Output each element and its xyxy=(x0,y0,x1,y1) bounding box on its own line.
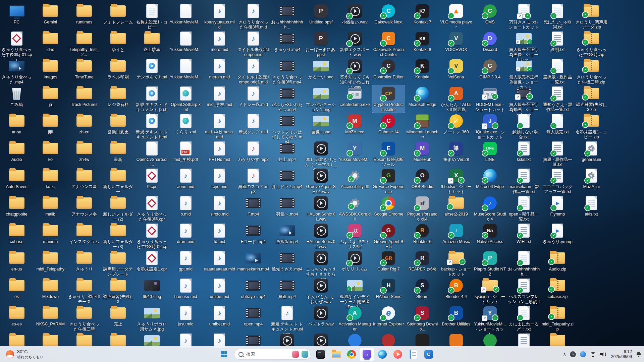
desktop-icon-midi-telepathy-zip[interactable]: ✓midi_Telepathy.zip xyxy=(541,305,574,333)
desktop-icon[interactable]: 売上 xyxy=(102,305,134,327)
desktop-icon-nksc-param[interactable]: NKSC_PARAM xyxy=(34,305,67,327)
desktop-icon-brother-utilities[interactable]: B✓Brother Utilities xyxy=(440,305,472,327)
desktop-icon-steam[interactable]: S✓Steam xyxy=(406,277,439,300)
desktop-icon[interactable]: 調声用データテンプレート xyxy=(102,250,134,278)
desktop-icon-yukkurimoviem[interactable]: Y✓YukkuriMovieM... xyxy=(338,140,371,163)
desktop-icon-native-access[interactable]: Na✓Native Access xyxy=(474,222,506,245)
desktop-icon-uaaaaaaaaa-mid[interactable]: ♪uaaaaaaaaa.mid xyxy=(203,250,236,273)
desktop-icon-mp3[interactable]: ♪無題のスコア.mp3 xyxy=(237,167,270,195)
start-button[interactable] xyxy=(217,348,231,361)
desktop-icon-jijii[interactable]: jijii xyxy=(34,113,67,135)
desktop-icon-mp4[interactable]: 井上ドラム.mp4 xyxy=(271,167,303,190)
desktop-icon-microsoft-edge[interactable]: ✓Microsoft Edge xyxy=(474,167,506,190)
taskbar-notepad-button[interactable] xyxy=(406,348,421,361)
desktop-icon-manisekarin-mp4[interactable]: manisekarin.mp4 xyxy=(237,250,270,273)
desktop-icon-f-ymmp[interactable]: ▶✓F.ymmp xyxy=(541,195,574,218)
desktop-icon-epson[interactable]: E✓Epson 接続診断ツール xyxy=(372,140,405,168)
desktop-icon-mp4[interactable]: きゅうり.mp4 xyxy=(271,30,303,53)
desktop-icon[interactable]: 路上駐車 xyxy=(136,30,168,53)
desktop-icon-360[interactable]: ✓✓ノートン 360 xyxy=(440,113,472,135)
desktop-icon-ohhayo-mp4[interactable]: ohhayo-.mp4 xyxy=(237,277,270,300)
desktop-icon-hamusu-mid[interactable]: ♪hamusu.mid xyxy=(169,277,202,300)
desktop-icon-timetune[interactable]: TimeTune xyxy=(68,58,101,80)
desktop-icon-cubase-14[interactable]: C✓Cubase 14 xyxy=(372,113,405,135)
desktop-icon-txt[interactable]: ✓_起動しない場合.txt xyxy=(507,113,540,140)
desktop-icon-awssdk-core-dll[interactable]: ✓AWSSDK.Core.dll xyxy=(338,195,371,223)
desktop-icon-general-ini[interactable]: ✓general.ini xyxy=(575,140,608,163)
desktop-icon-chatgpt-site[interactable]: chatgpt-site xyxy=(0,195,33,218)
desktop-icon-mp4[interactable]: 通知うざえ.mp4 xyxy=(271,250,303,273)
desktop-icon-groove-agent-se-01-wav[interactable]: Groove Agent SE 01.wav xyxy=(305,167,337,195)
desktop-icon[interactable]: インスタグラム xyxy=(68,222,101,245)
desktop-icon-microsoft-edge[interactable]: ✓Microsoft Edge xyxy=(406,85,439,108)
desktop-icon-ppsf[interactable]: Pおーばーまにあ.ppsf xyxy=(305,30,337,58)
desktop-icon-auto-saves[interactable]: Auto Saves xyxy=(0,167,33,190)
desktop-icon-cakewalk-product-center[interactable]: C✓Cakewalk Product Center xyxy=(372,30,405,58)
desktop-icon[interactable]: ラベル印刷 xyxy=(102,58,134,80)
desktop-icon-3-mp4[interactable]: きゅうり食べった午後3時.mp4 xyxy=(271,58,303,85)
desktop-icon-mp4[interactable]: 羽気へ.mp4 xyxy=(271,195,303,218)
desktop-icon-backup[interactable]: ↗✓backup - ショートカット xyxy=(440,250,472,278)
desktop-icon-zip[interactable]: ✓きゅうり食べった午後三時.zip xyxy=(575,58,608,85)
desktop-icon-xml[interactable]: くらり.xml xyxy=(169,113,202,135)
desktop-icon-hhhhhhhhhhh[interactable]: おっhhhhhhhhhhh... xyxy=(271,3,303,31)
desktop-icon-blender-4-4[interactable]: B✓Blender 4.4 xyxy=(440,277,472,300)
desktop-icon-9-5-xlsx[interactable]: X↗✓9.5.xlsx - ショートカット xyxy=(440,167,472,195)
desktop-icon[interactable]: ✓ポリリリズム xyxy=(338,250,371,273)
desktop-icon-track-pictures[interactable]: Track Pictures xyxy=(68,85,101,108)
desktop-icon-activation-manager[interactable]: A✓Activation Manager xyxy=(338,305,371,333)
desktop-icon-ymmp[interactable]: ▶✓きゅうり.ymmp xyxy=(541,222,574,245)
desktop-icon-td-mid[interactable]: ♪td.mid xyxy=(203,222,236,245)
desktop-icon-9-cpr[interactable]: 9.cpr xyxy=(136,167,168,190)
desktop-icon-txt[interactable]: ✓通知うざえ - 親作品一覧.txt xyxy=(541,85,574,113)
desktop-icon-mp4[interactable]: 無題.mp4 xyxy=(271,277,303,300)
desktop-icon-es[interactable]: es xyxy=(0,277,33,300)
desktop-icon-txt[interactable]: ✓まにまにわーるど！.txt xyxy=(507,305,540,333)
desktop-icon-mixdown[interactable]: Mixdown xyxy=(34,277,67,300)
desktop-icon-2[interactable]: ぷ✓ぷよぷよ™テトリス®2 xyxy=(338,222,371,250)
desktop-icon-cubase-zip[interactable]: ✓cubase.zip xyxy=(541,277,574,300)
desktop-icon-mid[interactable]: ♪メドレー風.mid xyxy=(237,85,270,108)
taskbar-file-explorer-button[interactable] xyxy=(329,348,343,361)
desktop-icon-zip[interactable]: ✓きゅうり_調声用データ.zip xyxy=(575,3,608,31)
taskbar-blue-app-button[interactable]: C xyxy=(421,348,436,361)
taskbar-media-player-button[interactable] xyxy=(390,348,405,361)
desktop-icon-mp4[interactable]: きゅうり食べった.mp4 xyxy=(0,58,33,85)
search-highlight-thumb[interactable] xyxy=(292,351,299,358)
desktop-icon-dram-mid[interactable]: ♪dram.mid xyxy=(169,222,202,245)
desktop-icon[interactable]: 営業日変更 xyxy=(102,113,134,135)
desktop-icon-mid-musa-mid[interactable]: ♪mid_学校musa.mid xyxy=(203,113,236,140)
desktop-icon-ja[interactable]: ja xyxy=(34,85,67,108)
desktop-icon-3-zip[interactable]: ✓きゅうり食べった午後3時.zip xyxy=(575,30,608,58)
desktop-icon-aorin-mid[interactable]: ♪aorin.mid xyxy=(169,167,202,190)
desktop-icon-txt[interactable]: ✓選択版 - 親作品一覧.txt xyxy=(541,58,574,85)
tray-blue-app-icon[interactable] xyxy=(580,351,586,357)
desktop-icon-opencvsharp-dll[interactable]: OpenCvSharp.dll... xyxy=(136,140,168,168)
desktop-icon-3-zip[interactable]: ✓調声練習(失敗)_3.zip xyxy=(575,85,608,113)
desktop-icon-yukkurimoviem[interactable]: YukkuriMovieM... xyxy=(169,30,202,53)
desktop-icon-sirofo-mid[interactable]: ♪sirofo.mid xyxy=(203,195,236,218)
taskbar-microsoft-edge-button[interactable] xyxy=(375,348,390,361)
desktop-icon-controller-editor[interactable]: C✓Controller Editor xyxy=(372,58,405,80)
desktop-icon-en-us[interactable]: en-us xyxy=(0,250,33,273)
desktop-icon-airset2-2019[interactable]: ✓airset2-2019 xyxy=(440,195,472,218)
desktop-icon-fx-mp4[interactable]: だれもFXいれたやつ.mp4 xyxy=(271,85,303,113)
desktop-icon[interactable]: ごみ箱 xyxy=(0,85,33,108)
desktop-icon-opencvsharp-xml[interactable]: OpenCvSharp.xml xyxy=(169,85,202,113)
desktop-icon-txt[interactable]: ↗✓万引きメモ.txt - ショートカット xyxy=(507,3,540,31)
desktop-icon[interactable]: アナウンス夏 xyxy=(68,167,101,190)
desktop-icon-zh-cn[interactable]: zh-cn xyxy=(68,113,101,135)
desktop-icon-amazon-music[interactable]: ♪✓Amazon Music xyxy=(440,222,472,245)
desktop-icon-halion-sonic[interactable]: H✓HALion Sonic xyxy=(372,277,405,300)
tray-chevron-icon[interactable]: ∧ xyxy=(563,352,566,357)
search-box[interactable]: 検索 xyxy=(234,349,311,360)
desktop-icon-aitalk-3[interactable]: A✓かんたん！AITalk 3 関西風 xyxy=(440,85,472,113)
desktop-icon-umibet-mid[interactable]: ♪umibet.mid xyxy=(203,305,236,327)
desktop-icon-jusu-mid[interactable]: ♪jusu.mid xyxy=(169,305,202,327)
desktop-icon-txt[interactable]: ✓死にたい_ゅ歌詞.txt xyxy=(541,3,574,31)
desktop-icon-accessibility-dll[interactable]: ✓Accessibility.dll xyxy=(338,167,371,190)
desktop-icon-maniuta[interactable]: maniuta xyxy=(34,222,67,245)
tray-x-app-icon[interactable]: × xyxy=(570,351,576,357)
desktop-icon-cakewalk-next[interactable]: C✓Cakewalk Next xyxy=(372,3,405,25)
desktop-icon-telepathy-inst-2[interactable]: Telepathy_Inst_2... xyxy=(68,30,101,58)
